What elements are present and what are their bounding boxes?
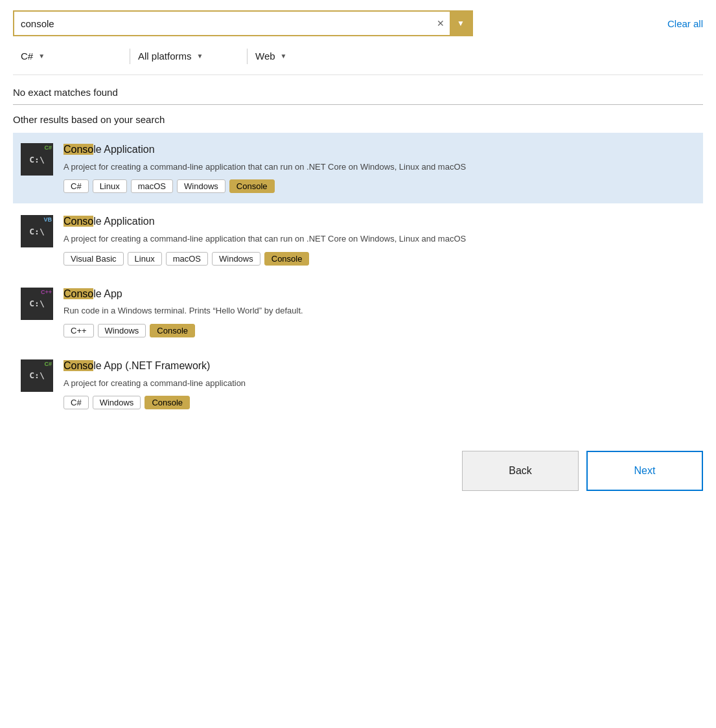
tag-visual-basic[interactable]: Visual Basic [64,252,124,266]
tag-windows[interactable]: Windows [177,179,225,193]
item-tags-csharp-framework: C# Windows Console [64,396,695,409]
lang-badge-cpp: C++ [41,289,52,295]
tag-macos[interactable]: macOS [131,179,173,193]
result-item-cpp-console-app[interactable]: C++ C:\ Console App Run code in a Window… [13,277,703,348]
tag-console-highlight-vb[interactable]: Console [264,252,310,266]
item-title-vb-console: Console Application [64,215,695,229]
item-tags-csharp-console: C# Linux macOS Windows Console [64,179,695,193]
tag-cpp[interactable]: C++ [64,324,94,337]
results-list: C# C:\ Console Application A project for… [13,133,703,420]
platform-filter-arrow-icon: ▼ [197,52,203,60]
title-rest-4: le App (.NET Framework) [93,360,210,371]
tag-windows-cpp[interactable]: Windows [98,324,146,337]
item-icon-csharp-framework: C# C:\ [21,359,53,392]
search-row: ✕ ▼ Clear all [13,10,703,36]
back-button[interactable]: Back [462,451,579,491]
title-highlight-3: Conso [64,288,93,299]
title-rest-2: le Application [93,216,154,227]
item-icon-csharp-console: C# C:\ [21,143,53,176]
title-highlight-1: Conso [64,144,93,155]
item-icon-vb-console: VB C:\ [21,215,53,247]
platform-filter-label: All platforms [138,51,192,62]
tag-linux[interactable]: Linux [93,179,127,193]
result-item-vb-console-app[interactable]: VB C:\ Console Application A project for… [13,205,703,275]
icon-cmd-text: C:\ [29,155,44,165]
icon-cmd-text-vb: C:\ [29,227,44,236]
item-icon-cpp-console: C++ C:\ [21,288,53,320]
lang-badge-vb: VB [43,216,52,223]
item-desc-vb-console: A project for creating a command-line ap… [64,233,695,245]
title-highlight-4: Conso [64,360,93,371]
item-content-cpp-console: Console App Run code in a Windows termin… [64,288,695,337]
tag-console-highlight-cpp[interactable]: Console [150,324,195,337]
icon-cmd-text-fw: C:\ [29,370,44,380]
other-results-text: Other results based on your search [13,114,703,125]
item-desc-csharp-framework: A project for creating a command-line ap… [64,377,695,390]
tag-console-highlight-fw[interactable]: Console [144,396,190,409]
item-tags-vb-console: Visual Basic Linux macOS Windows Console [64,252,695,266]
item-content-vb-console: Console Application A project for creati… [64,215,695,265]
title-highlight-2: Conso [64,216,93,227]
filter-row: C# ▼ All platforms ▼ Web ▼ [13,47,703,75]
icon-cmd-text-cpp: C:\ [29,299,44,308]
tag-console-highlight[interactable]: Console [229,179,275,193]
language-filter-arrow-icon: ▼ [38,52,45,60]
type-filter-arrow-icon: ▼ [281,52,287,60]
next-button[interactable]: Next [586,451,703,491]
item-desc-csharp-console: A project for creating a command-line ap… [64,161,695,174]
search-box: ✕ ▼ [13,10,473,36]
search-clear-icon[interactable]: ✕ [432,18,450,28]
platform-filter-dropdown[interactable]: All platforms ▼ [130,47,247,65]
item-tags-cpp-console: C++ Windows Console [64,324,695,337]
item-content-csharp-console: Console Application A project for creati… [64,143,695,193]
item-title-cpp-console: Console App [64,288,695,301]
language-filter-dropdown[interactable]: C# ▼ [13,47,130,65]
item-content-csharp-framework: Console App (.NET Framework) A project f… [64,359,695,409]
language-filter-label: C# [21,51,33,62]
tag-macos-vb[interactable]: macOS [166,252,208,266]
divider [13,104,703,105]
item-title-csharp-framework: Console App (.NET Framework) [64,359,695,373]
type-filter-label: Web [255,51,275,62]
item-title-csharp-console: Console Application [64,143,695,157]
tag-linux-vb[interactable]: Linux [128,252,162,266]
item-desc-cpp-console: Run code in a Windows terminal. Prints “… [64,304,695,317]
bottom-button-row: Back Next [0,438,716,501]
lang-badge-csharp-fw: C# [44,361,52,367]
result-item-csharp-console-framework[interactable]: C# C:\ Console App (.NET Framework) A pr… [13,349,703,420]
search-dropdown-button[interactable]: ▼ [450,12,472,35]
tag-windows-vb[interactable]: Windows [212,252,260,266]
lang-badge-csharp: C# [44,144,52,151]
title-rest-1: le Application [93,144,154,155]
no-match-text: No exact matches found [13,87,703,98]
type-filter-dropdown[interactable]: Web ▼ [248,47,364,65]
clear-all-button[interactable]: Clear all [667,18,703,29]
dropdown-arrow-icon: ▼ [457,19,465,28]
tag-csharp-fw[interactable]: C# [64,396,89,409]
title-rest-3: le App [93,288,122,299]
tag-windows-fw[interactable]: Windows [93,396,141,409]
tag-csharp[interactable]: C# [64,179,89,193]
result-item-csharp-console-app[interactable]: C# C:\ Console Application A project for… [13,133,703,203]
search-input[interactable] [14,18,432,29]
